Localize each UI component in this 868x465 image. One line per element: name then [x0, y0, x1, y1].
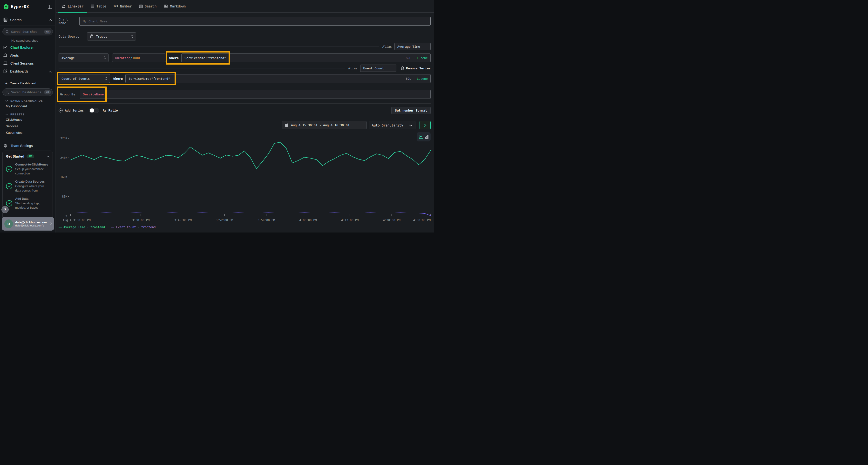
series2-where-input[interactable] [125, 74, 431, 83]
get-started-header[interactable]: Get Started 3/3 [6, 154, 50, 159]
remove-series-button[interactable]: Remove Series [401, 66, 431, 70]
sidebar-divider [0, 26, 55, 26]
chart-line-icon [3, 45, 7, 49]
tab-label: Search [145, 4, 157, 8]
step-title: Add Data [15, 197, 50, 201]
magnifier-icon [5, 30, 9, 33]
series1-where-input[interactable] [181, 54, 431, 62]
add-series-button[interactable]: Add Series [59, 108, 84, 112]
get-started-progress-badge: 3/3 [27, 155, 34, 158]
chevron-down-icon [409, 123, 412, 127]
sidebar-item-kubernetes[interactable]: Kubernetes [0, 129, 55, 136]
step-title: Create Data Sources [15, 179, 50, 184]
plot-area[interactable] [70, 134, 431, 217]
section-saved-dashboards[interactable]: SAVED DASHBOARDS [0, 96, 55, 103]
lucene-mode-link[interactable]: Lucene [417, 56, 428, 60]
saved-searches-input[interactable]: Saved Searches ⌘K [2, 28, 53, 35]
user-account-button[interactable]: D dale@clickhouse.com dale@clickhouse.co… [2, 217, 54, 231]
get-started-step-connect[interactable]: Connect to ClickHouse Set up your databa… [6, 162, 50, 176]
sql-mode-link[interactable]: SQL [406, 77, 411, 80]
line-chart-icon[interactable] [419, 135, 423, 139]
series-line [70, 213, 431, 215]
series1-alias-input[interactable] [395, 43, 431, 50]
sidebar-item-label: Dashboards [10, 69, 28, 73]
chevron-up-icon[interactable] [49, 18, 52, 22]
chart-name-input[interactable] [79, 17, 431, 26]
create-dashboard-button[interactable]: + Create Dashboard [0, 78, 55, 86]
saved-dashboards-input[interactable]: Saved Dashboards ⌘K [2, 89, 53, 96]
sidebar-item-dashboards[interactable]: Dashboards [0, 67, 55, 75]
x-axis-tick-label: 3:45:00 PM [174, 219, 192, 222]
sidebar-item-services[interactable]: Services [0, 123, 55, 129]
chevron-up-icon[interactable] [49, 69, 52, 73]
sidebar-item-team-settings[interactable]: Team Settings [0, 142, 55, 150]
lucene-mode-link[interactable]: Lucene [417, 77, 428, 80]
series2-alias-row: Alias Remove Series [59, 65, 431, 72]
sidebar-section-search[interactable]: Search [0, 17, 55, 23]
bar-chart-icon[interactable] [425, 135, 429, 139]
sidebar-item-clickhouse[interactable]: ClickHouse [0, 117, 55, 123]
date-range-input[interactable]: Aug 4 15:30:01 - Aug 4 16:30:01 [282, 121, 367, 129]
sidebar-item-my-dashboard[interactable]: My Dashboard [0, 103, 55, 110]
group-by-input[interactable] [80, 90, 431, 99]
tab-number[interactable]: 123 Number [110, 0, 135, 13]
legend-item[interactable]: Average Time·frontend [59, 225, 105, 229]
check-circle-icon [6, 183, 12, 189]
user-texts: dale@clickhouse.com dale@clickhouse.com'… [15, 221, 47, 227]
step-texts: Add Data Start sending logs, metrics, or… [15, 197, 50, 210]
series2-alias-input[interactable] [360, 65, 396, 72]
legend-item[interactable]: Event Count·frontend [111, 225, 156, 229]
y-axis-tick-label: 80K [62, 195, 69, 198]
user-email: dale@clickhouse.com [15, 221, 47, 224]
team-settings-label: Team Settings [10, 144, 33, 148]
select-chevrons-icon [104, 56, 106, 60]
logo-row: HyperDX [0, 0, 55, 10]
x-axis-tick-label: 3:52:00 PM [216, 219, 233, 222]
chart-display-toggle[interactable] [416, 132, 431, 141]
legend-dash-icon [111, 227, 114, 227]
chart-type-tabs: Line/Bar Table 123 Number Search [56, 0, 434, 13]
laptop-icon [3, 61, 7, 65]
time-controls-row: Aug 4 15:30:01 - Aug 4 16:30:01 Auto Gra… [59, 121, 431, 129]
chart-canvas [70, 134, 431, 217]
granularity-select[interactable]: Auto Granularity [369, 121, 415, 129]
get-started-step-adddata[interactable]: Add Data Start sending logs, metrics, or… [6, 197, 50, 210]
section-presets[interactable]: PRESETS [0, 110, 55, 117]
tab-line-bar[interactable]: Line/Bar [58, 0, 87, 13]
get-started-step-datasources[interactable]: Create Data Sources Configure where your… [6, 179, 50, 193]
series1-aggregation-select[interactable]: Average [59, 54, 108, 62]
markdown-icon [164, 5, 168, 8]
set-number-format-button[interactable]: Set number format [391, 107, 431, 114]
add-series-label: Add Series [65, 109, 84, 112]
saved-searches-placeholder: Saved Searches [11, 30, 38, 33]
sidebar-item-chart-explorer[interactable]: Chart Explorer [0, 43, 55, 51]
series2-aggregation-select[interactable]: Count of Events [59, 74, 110, 83]
help-button[interactable]: ? [1, 206, 9, 213]
sql-mode-link[interactable]: SQL [406, 56, 411, 60]
legend-separator: · [138, 225, 140, 229]
y-axis-tick-label: 240K [60, 156, 69, 160]
tab-search[interactable]: Search [135, 0, 160, 13]
series1-field-input[interactable]: Duration/1000 [112, 54, 166, 62]
main-area: Line/Bar Table 123 Number Search [56, 0, 434, 232]
legend-dash-icon [59, 227, 62, 227]
line-chart-icon [62, 4, 66, 8]
chevron-up-icon[interactable] [47, 154, 50, 159]
data-source-select[interactable]: Traces [87, 32, 136, 40]
kbd-shortcut-badge: ⌘K [44, 90, 51, 94]
select-chevrons-icon [105, 77, 107, 80]
tab-label: Markdown [170, 4, 186, 8]
as-ratio-toggle[interactable] [89, 108, 99, 113]
field-token: Duration [115, 56, 130, 60]
chart-legend: Average Time·frontendEvent Count·fronten… [59, 225, 156, 229]
tab-markdown[interactable]: Markdown [160, 0, 189, 13]
sidebar-item-client-sessions[interactable]: Client Sessions [0, 59, 55, 67]
alias-label: Alias [348, 66, 358, 70]
tab-table[interactable]: Table [87, 0, 110, 13]
collapse-sidebar-icon[interactable] [48, 5, 52, 9]
sidebar-item-alerts[interactable]: Alerts [0, 51, 55, 59]
remove-series-label: Remove Series [406, 66, 431, 70]
kbd-shortcut-badge: ⌘K [44, 30, 51, 34]
run-query-button[interactable] [420, 121, 431, 129]
section-divider [59, 103, 431, 104]
